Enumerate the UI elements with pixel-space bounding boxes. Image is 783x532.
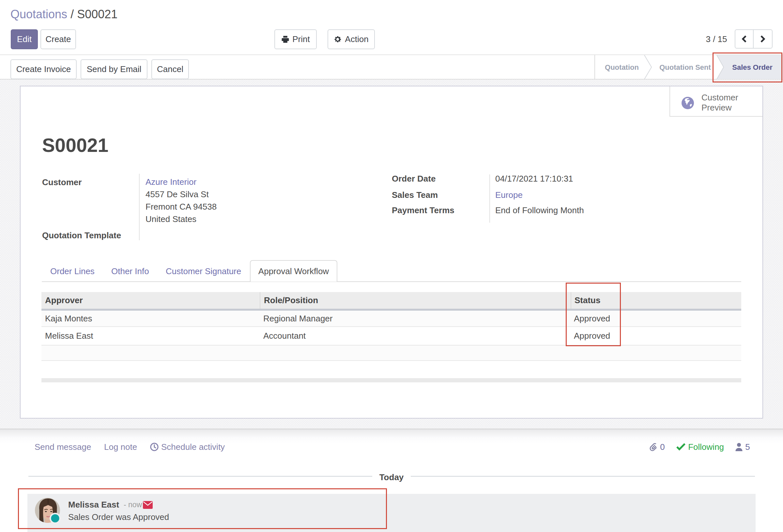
svg-text:Quotation: Quotation [605,63,639,71]
svg-text:Quotation Sent: Quotation Sent [659,63,711,71]
